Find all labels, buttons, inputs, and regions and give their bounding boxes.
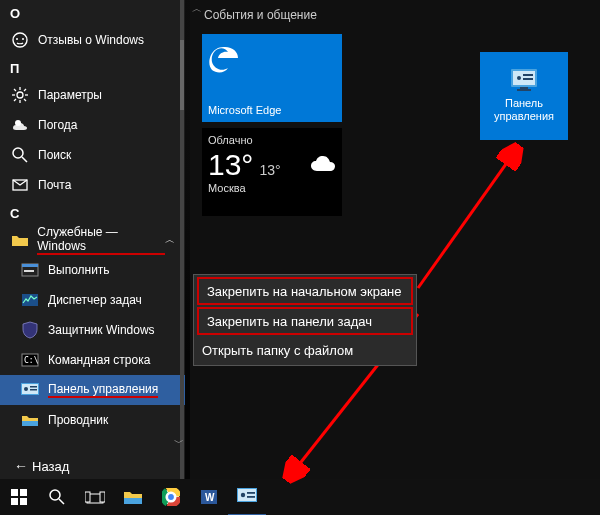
svg-point-4 (517, 76, 521, 80)
app-label: Погода (38, 118, 78, 132)
folder-icon (10, 230, 29, 250)
app-feedback[interactable]: Отзывы о Windows (0, 25, 185, 55)
svg-point-8 (16, 38, 18, 40)
mail-icon (10, 175, 30, 195)
app-label: Поиск (38, 148, 71, 162)
feedback-icon (10, 30, 30, 50)
svg-rect-32 (30, 386, 37, 388)
search-button[interactable] (38, 479, 76, 515)
svg-rect-33 (30, 389, 37, 391)
app-explorer[interactable]: Проводник (0, 405, 185, 435)
weather-icon (10, 115, 30, 135)
cloud-icon (310, 154, 336, 172)
svg-rect-58 (247, 496, 255, 498)
taskbar-explorer[interactable] (114, 479, 152, 515)
back-button[interactable]: ← Назад (0, 452, 185, 480)
shield-icon (20, 320, 40, 340)
svg-point-31 (24, 387, 28, 391)
svg-rect-5 (523, 74, 533, 76)
svg-point-20 (13, 148, 23, 158)
svg-line-16 (24, 99, 26, 101)
search-icon (10, 145, 30, 165)
back-arrow-icon: ← (10, 458, 32, 474)
weather-temp-alt: 13° (259, 162, 280, 178)
tile-cp-label: Панельуправления (494, 97, 554, 122)
app-label: Проводник (48, 413, 108, 427)
app-mail[interactable]: Почта (0, 170, 185, 200)
app-control-panel[interactable]: Панель управления (0, 375, 185, 405)
ctx-open-file-location[interactable]: Открыть папку с файлом (194, 337, 416, 363)
app-run[interactable]: Выполнить (0, 255, 185, 285)
svg-point-9 (22, 38, 24, 40)
app-label: Панель управления (48, 382, 158, 398)
svg-rect-37 (11, 489, 18, 496)
svg-rect-6 (523, 78, 533, 80)
chevron-up-icon: ︿ (165, 233, 181, 247)
weather-condition: Облачно (208, 134, 336, 146)
svg-rect-57 (247, 492, 255, 494)
svg-line-18 (24, 89, 26, 91)
svg-point-10 (17, 92, 23, 98)
svg-rect-3 (517, 89, 531, 91)
svg-rect-25 (24, 270, 34, 272)
tile-weather[interactable]: Облачно 13° 13° Москва (202, 128, 342, 216)
gear-icon (10, 85, 30, 105)
svg-point-7 (13, 33, 27, 47)
folder-label: Служебные — Windows (37, 225, 165, 255)
cmd-icon: C:\ (20, 350, 40, 370)
ctx-pin-to-taskbar[interactable]: Закрепить на панели задач (197, 307, 413, 335)
app-weather[interactable]: Погода (0, 110, 185, 140)
task-view-button[interactable] (76, 479, 114, 515)
svg-rect-39 (11, 498, 18, 505)
context-menu: Закрепить на начальном экране Закрепить … (193, 274, 417, 366)
svg-point-56 (241, 493, 245, 497)
svg-rect-34 (22, 421, 38, 426)
explorer-icon (20, 410, 40, 430)
svg-rect-45 (100, 492, 105, 502)
svg-point-41 (50, 490, 60, 500)
taskbar-chrome[interactable] (152, 479, 190, 515)
app-label: Защитник Windows (48, 323, 155, 337)
svg-line-21 (22, 157, 27, 162)
svg-rect-26 (22, 294, 38, 306)
tile-group-header[interactable]: События и общение (190, 0, 600, 32)
edge-icon (208, 44, 336, 78)
app-label: Почта (38, 178, 71, 192)
app-settings[interactable]: Параметры (0, 80, 185, 110)
svg-line-15 (14, 89, 16, 91)
taskbar-word[interactable]: W (190, 479, 228, 515)
app-cmd[interactable]: C:\ Командная строка (0, 345, 185, 375)
svg-rect-44 (85, 492, 90, 502)
back-label: Назад (32, 459, 69, 474)
folder-system-windows[interactable]: Служебные — Windows ︿ (0, 225, 185, 255)
weather-location: Москва (208, 182, 336, 194)
start-button[interactable] (0, 479, 38, 515)
taskbar-control-panel[interactable] (228, 478, 266, 515)
tile-microsoft-edge[interactable]: Microsoft Edge (202, 34, 342, 122)
svg-rect-40 (20, 498, 27, 505)
taskbar: W (0, 479, 600, 515)
section-header-o: О (0, 0, 185, 25)
section-header-p: П (0, 55, 185, 80)
app-label: Командная строка (48, 353, 150, 367)
app-label: Отзывы о Windows (38, 33, 144, 47)
section-header-c: С (0, 200, 185, 225)
app-label: Диспетчер задач (48, 293, 142, 307)
taskmgr-icon (20, 290, 40, 310)
svg-line-17 (14, 99, 16, 101)
app-search[interactable]: Поиск (0, 140, 185, 170)
scrollbar[interactable] (180, 0, 184, 480)
control-panel-icon (511, 69, 537, 91)
ctx-pin-to-start[interactable]: Закрепить на начальном экране (197, 277, 413, 305)
svg-rect-38 (20, 489, 27, 496)
chevron-up-icon[interactable]: ︿ (192, 2, 202, 16)
tile-control-panel[interactable]: Панельуправления (480, 52, 568, 140)
weather-temp: 13° (208, 148, 253, 182)
app-task-manager[interactable]: Диспетчер задач (0, 285, 185, 315)
svg-text:W: W (205, 492, 215, 503)
app-label: Параметры (38, 88, 102, 102)
svg-rect-2 (520, 87, 528, 89)
app-defender[interactable]: Защитник Windows (0, 315, 185, 345)
chevron-down-icon[interactable]: ﹀ (174, 436, 184, 450)
svg-rect-46 (124, 498, 142, 504)
